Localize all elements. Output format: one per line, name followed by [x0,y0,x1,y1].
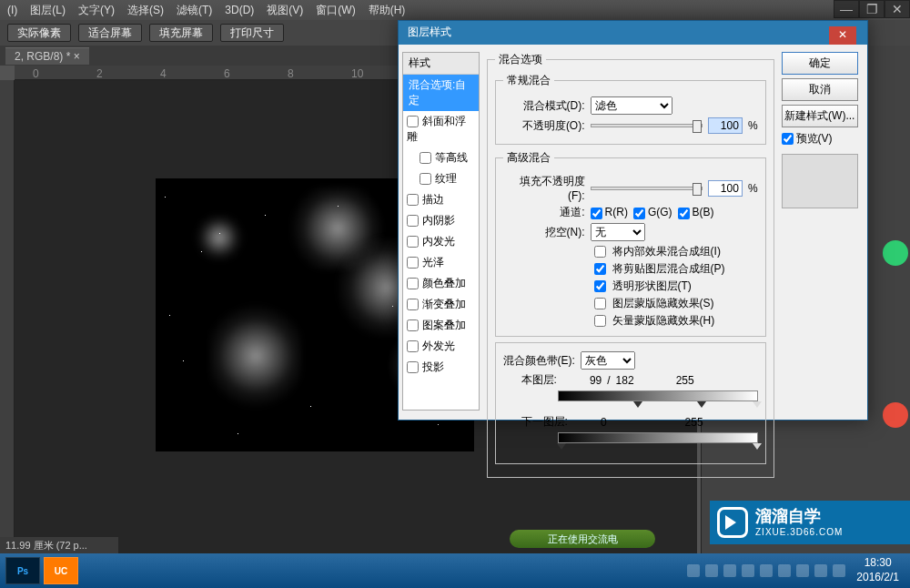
taskbar-uc-icon[interactable]: UC [44,557,78,584]
layer-style-dialog: 图层样式 ✕ 样式 混合选项:自定 斜面和浮雕 等高线 纹理 描边 内阴影 内发… [398,20,868,421]
advanced-blending-group: 高级混合 填充不透明度(F): % 通道: R(R) G(G) B(B) [495,150,766,337]
style-list: 样式 混合选项:自定 斜面和浮雕 等高线 纹理 描边 内阴影 内发光 光泽 颜色… [402,52,480,411]
tool-circle-green[interactable] [883,240,908,266]
style-color-overlay[interactable]: 颜色叠加 [403,273,479,294]
style-contour[interactable]: 等高线 [403,147,479,168]
new-style-button[interactable]: 新建样式(W)... [782,105,858,127]
style-blending-options[interactable]: 混合选项:自定 [403,75,479,111]
underlying-layer-slider[interactable] [558,432,758,443]
style-bevel[interactable]: 斜面和浮雕 [403,111,479,147]
tray-icon[interactable] [760,564,773,577]
tray-icon[interactable] [687,564,700,577]
menu-item[interactable]: 滤镜(T) [177,3,212,18]
document-tab[interactable]: 2, RGB/8) * × [5,47,89,65]
menu-item[interactable]: 帮助(H) [369,3,406,18]
style-outer-glow[interactable]: 外发光 [403,336,479,357]
dialog-close-button[interactable]: ✕ [829,26,856,45]
channel-b[interactable]: B(B) [678,206,714,218]
style-pattern-overlay[interactable]: 图案叠加 [403,315,479,336]
knockout-label: 挖空(N): [503,225,585,240]
fill-screen-button[interactable]: 填充屏幕 [149,24,213,42]
tab-close-icon[interactable]: × [74,50,80,63]
cancel-button[interactable]: 取消 [782,78,858,101]
style-list-header: 样式 [403,53,479,75]
fill-opacity-label: 填充不透明度(F): [503,174,585,202]
style-satin[interactable]: 光泽 [403,252,479,273]
menu-item[interactable]: (I) [7,4,17,16]
menu-bar: (I) 图层(L) 文字(Y) 选择(S) 滤镜(T) 3D(D) 视图(V) … [0,0,910,20]
channel-g[interactable]: G(G) [633,206,672,218]
blend-mode-select[interactable]: 滤色 [591,96,672,115]
opacity-input[interactable] [708,117,743,134]
ac-power-badge: 正在使用交流电 [510,530,655,548]
general-blending-group: 常规混合 混合模式(D): 滤色 不透明度(O): % [495,73,766,145]
opacity-slider[interactable] [591,124,703,127]
tool-circle-red[interactable] [883,402,908,428]
blend-interior-checkbox[interactable] [594,246,606,258]
style-gradient-overlay[interactable]: 渐变叠加 [403,294,479,315]
style-inner-shadow[interactable]: 内阴影 [403,210,479,231]
minimize-button[interactable]: — [834,0,859,18]
menu-item[interactable]: 图层(L) [30,3,66,18]
underlying-layer-label: 下一图层: [521,414,568,430]
opacity-label: 不透明度(O): [503,118,585,134]
tray-icon[interactable] [742,564,754,577]
blend-clipped-checkbox[interactable] [594,263,606,275]
side-tools [883,228,910,441]
brand-watermark: 溜溜自学 ZIXUE.3D66.COM [710,501,910,544]
ruler-vertical [0,80,15,553]
blend-if-label: 混合颜色带(E): [503,353,575,369]
system-tray: 18:302016/2/1 [687,556,905,584]
menu-item[interactable]: 视图(V) [267,3,303,18]
tray-icon[interactable] [778,564,791,577]
menu-item[interactable]: 选择(S) [127,3,164,18]
taskbar-clock[interactable]: 18:302016/2/1 [851,556,905,584]
tray-icon[interactable] [705,564,718,577]
dialog-titlebar[interactable]: 图层样式 ✕ [399,21,867,45]
style-texture[interactable]: 纹理 [403,168,479,189]
menu-item[interactable]: 3D(D) [225,4,254,16]
blending-options-group: 混合选项 常规混合 混合模式(D): 滤色 不透明度(O): % 高级 [487,52,774,478]
tray-icon[interactable] [833,564,845,577]
fit-screen-button[interactable]: 适合屏幕 [78,24,142,42]
tray-icon[interactable] [723,564,736,577]
menu-item[interactable]: 窗口(W) [316,3,355,18]
style-drop-shadow[interactable]: 投影 [403,357,479,378]
fill-opacity-slider[interactable] [591,187,703,190]
channel-r[interactable]: R(R) [591,206,628,218]
status-bar: 11.99 厘米 (72 p... [0,537,118,553]
fill-opacity-input[interactable] [708,180,743,197]
taskbar: Ps UC 18:302016/2/1 [0,553,910,588]
blend-if-select[interactable]: 灰色 [581,351,635,370]
channels-label: 通道: [503,205,585,220]
close-button[interactable]: ✕ [885,0,910,18]
actual-pixels-button[interactable]: 实际像素 [7,24,71,42]
blend-if-group: 混合颜色带(E): 灰色 本图层: 99 / 182 255 下一图层: [495,342,766,464]
knockout-select[interactable]: 无 [591,223,645,241]
play-icon [717,507,748,538]
dialog-title: 图层样式 [408,25,451,41]
print-size-button[interactable]: 打印尺寸 [220,24,284,42]
this-layer-label: 本图层: [521,372,557,388]
preview-swatch [782,154,858,208]
maximize-button[interactable]: ❐ [859,0,885,18]
style-stroke[interactable]: 描边 [403,189,479,210]
this-layer-slider[interactable] [558,390,758,401]
group-label: 混合选项 [495,52,546,67]
vector-mask-hides-checkbox[interactable] [594,315,606,327]
group-label: 高级混合 [503,150,554,166]
tray-icon[interactable] [814,564,827,577]
menu-item[interactable]: 文字(Y) [78,3,115,18]
layer-mask-hides-checkbox[interactable] [594,298,606,309]
group-label: 常规混合 [503,73,554,88]
ok-button[interactable]: 确定 [782,52,858,75]
preview-checkbox[interactable]: 预览(V) [782,131,858,147]
blend-mode-label: 混合模式(D): [503,98,585,114]
transparency-shapes-checkbox[interactable] [594,280,606,292]
style-inner-glow[interactable]: 内发光 [403,231,479,252]
taskbar-photoshop-icon[interactable]: Ps [5,557,40,584]
tray-icon[interactable] [796,564,809,577]
